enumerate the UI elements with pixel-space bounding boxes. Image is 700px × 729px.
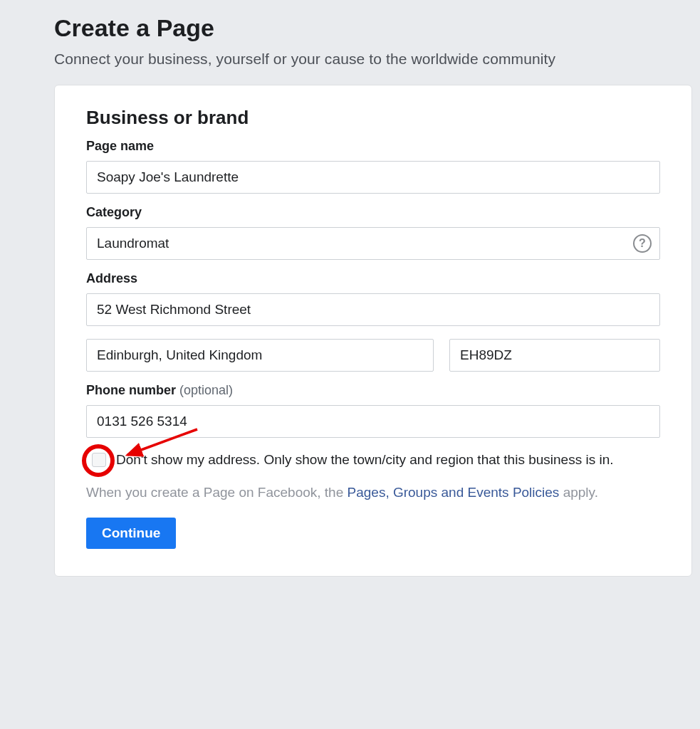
help-icon[interactable]: ? xyxy=(633,234,652,253)
phone-field: Phone number (optional) xyxy=(86,383,660,438)
continue-button[interactable]: Continue xyxy=(86,518,176,549)
page-name-input[interactable] xyxy=(86,161,660,194)
address-label: Address xyxy=(86,271,660,286)
category-input[interactable] xyxy=(86,227,660,260)
policies-link[interactable]: Pages, Groups and Events Policies xyxy=(348,485,560,500)
page-container: Create a Page Connect your business, you… xyxy=(0,0,700,577)
page-subtitle: Connect your business, yourself or your … xyxy=(54,51,646,68)
policy-text: When you create a Page on Facebook, the … xyxy=(86,483,660,503)
header: Create a Page Connect your business, you… xyxy=(0,14,700,78)
category-label: Category xyxy=(86,205,660,220)
address-street-input[interactable] xyxy=(86,293,660,326)
hide-address-row: Don't show my address. Only show the tow… xyxy=(86,451,660,470)
card-title: Business or brand xyxy=(86,107,660,129)
phone-label: Phone number (optional) xyxy=(86,383,660,398)
address-city-input[interactable] xyxy=(86,339,434,372)
phone-label-text: Phone number xyxy=(86,383,176,397)
hide-address-checkbox[interactable] xyxy=(92,453,106,467)
page-name-field: Page name xyxy=(86,139,660,194)
category-field: Category ? xyxy=(86,205,660,260)
policy-suffix: apply. xyxy=(559,485,598,500)
hide-address-label: Don't show my address. Only show the tow… xyxy=(116,451,614,470)
address-postcode-input[interactable] xyxy=(449,339,660,372)
phone-optional-text: (optional) xyxy=(179,383,233,397)
form-card: Business or brand Page name Category ? A… xyxy=(54,85,692,577)
policy-prefix: When you create a Page on Facebook, the xyxy=(86,485,348,500)
page-name-label: Page name xyxy=(86,139,660,154)
page-title: Create a Page xyxy=(54,14,646,42)
address-field: Address xyxy=(86,271,660,372)
phone-input[interactable] xyxy=(86,405,660,438)
